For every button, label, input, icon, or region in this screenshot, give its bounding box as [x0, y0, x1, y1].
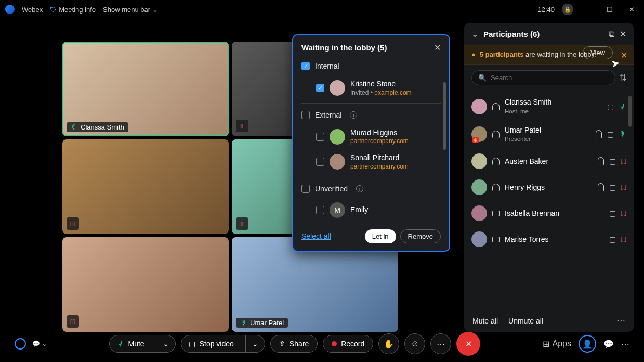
lock-icon[interactable]: 🔒 [562, 4, 573, 15]
info-icon[interactable]: i [356, 185, 363, 192]
camera-icon: ▢ [189, 340, 195, 348]
participant-row[interactable]: Henry Riggs ▢ 🎙̸ [468, 174, 629, 200]
close-icon[interactable]: ✕ [620, 29, 626, 39]
popout-icon[interactable]: ⧉ [609, 30, 614, 39]
unmute-all-button[interactable]: Unmute all [508, 317, 543, 325]
checkbox-checked[interactable]: ✓ [316, 84, 324, 92]
meeting-info-button[interactable]: 🛡 Meeting info [50, 6, 96, 14]
record-button[interactable]: Record [323, 335, 373, 353]
mute-button[interactable]: 🎙Mute ⌄ [109, 335, 176, 353]
screen-icon [492, 211, 500, 216]
reactions-button[interactable]: ☺ [404, 333, 425, 354]
avatar [471, 99, 487, 114]
lobby-item[interactable]: Sonali Pitchard partnercompany.com [301, 149, 441, 175]
mic-on-icon: 🎙 [71, 123, 77, 131]
panel-options-button[interactable]: ⋯ [621, 339, 629, 349]
view-lobby-button[interactable]: View [583, 46, 613, 59]
window-maximize-button[interactable]: ☐ [602, 2, 617, 17]
apps-button[interactable]: ⊞Apps [543, 339, 571, 349]
hand-icon [598, 157, 604, 165]
camera-icon: ▢ [607, 102, 614, 111]
checkbox[interactable] [316, 158, 324, 166]
checkbox[interactable] [316, 133, 324, 141]
apps-icon: ⊞ [543, 339, 549, 349]
participants-panel: ⌄ Participants (6) ⧉ ✕ ● 5 participants … [464, 23, 634, 332]
remove-button[interactable]: Remove [400, 229, 441, 243]
mic-on-icon: 🎙 [619, 102, 626, 111]
scrollbar[interactable] [628, 96, 632, 127]
lobby-popup: Waiting in the lobby (5) ✕ ✓ Internal ✓ … [292, 34, 450, 252]
avatar [471, 179, 487, 195]
participant-row[interactable]: Clarissa SmithHost, me ▢ 🎙 [468, 93, 629, 121]
mic-muted-icon: 🎙̸ [236, 120, 248, 132]
lobby-group-external[interactable]: External i [301, 103, 441, 124]
info-icon[interactable]: i [350, 111, 357, 119]
mic-muted-icon: 🎙̸ [67, 315, 79, 328]
captions-button[interactable]: 💬 ⌄ [32, 340, 47, 347]
camera-icon: ▢ [609, 157, 616, 165]
mic-on-icon: 🎙 [117, 340, 124, 348]
nameplate: 🎙 Umar Patel [236, 318, 288, 328]
lobby-group-internal[interactable]: ✓ Internal [301, 57, 441, 75]
headset-icon [492, 131, 500, 138]
video-tile[interactable]: 🎙 Clarissa Smith [62, 42, 229, 136]
participants-title: Participants (6) [483, 30, 603, 38]
mic-on-icon: 🎙 [619, 130, 626, 138]
scrollbar[interactable] [443, 82, 446, 217]
more-options-button[interactable]: ⋯ [430, 333, 451, 354]
lobby-item[interactable]: M Emily [301, 198, 441, 222]
share-icon: ⇪ [279, 340, 285, 348]
assistant-icon[interactable] [15, 338, 26, 350]
window-close-button[interactable]: ✕ [624, 2, 639, 17]
hand-icon [598, 183, 604, 191]
screen-icon [492, 237, 500, 242]
select-all-link[interactable]: Select all [301, 232, 331, 240]
video-tile[interactable]: 🎙̸ [62, 237, 229, 332]
video-tile[interactable]: 🎙̸ [62, 139, 229, 234]
headset-icon [492, 103, 500, 110]
participant-row[interactable]: ✋ Umar PatelPresenter ▢ 🎙 [468, 121, 629, 149]
chat-button[interactable]: 💬 [603, 339, 614, 349]
participant-row[interactable]: Austen Baker ▢ 🎙̸ [468, 148, 629, 174]
mic-off-icon: 🎙̸ [621, 183, 626, 191]
mute-all-button[interactable]: Mute all [472, 317, 498, 325]
raise-hand-button[interactable]: ✋ [378, 333, 399, 354]
avatar [330, 154, 345, 170]
close-icon[interactable]: ✕ [434, 43, 441, 53]
mic-off-icon: 🎙̸ [621, 157, 626, 165]
show-menu-bar-button[interactable]: Show menu bar ⌄ [103, 6, 158, 14]
close-icon[interactable]: ✕ [621, 50, 627, 60]
participants-button[interactable]: 👤 [579, 335, 596, 353]
participant-row[interactable]: Marise Torres ▢ 🎙̸ [468, 226, 629, 252]
mic-muted-icon: 🎙̸ [67, 217, 79, 230]
chevron-down-icon[interactable]: ⌄ [245, 335, 265, 352]
checkbox-checked[interactable]: ✓ [301, 62, 310, 70]
lobby-item[interactable]: ✓ Kristine Stone Invited • example.com [301, 75, 441, 101]
checkbox[interactable] [316, 206, 324, 214]
window-minimize-button[interactable]: — [581, 2, 595, 17]
sort-icon[interactable]: ⇅ [620, 73, 626, 83]
end-call-button[interactable]: ✕ [456, 332, 480, 356]
lobby-banner: ● 5 participants are waiting in the lobb… [464, 45, 634, 65]
lobby-group-unverified[interactable]: Unverified i [301, 177, 441, 198]
chevron-down-icon[interactable]: ⌄ [156, 335, 175, 352]
chevron-down-icon[interactable]: ⌄ [471, 29, 478, 39]
lobby-title: Waiting in the lobby (5) [301, 43, 387, 52]
checkbox[interactable] [301, 185, 310, 193]
let-in-button[interactable]: Let in [365, 229, 396, 243]
participant-row[interactable]: Isabella Brennan ▢ 🎙̸ [468, 200, 629, 226]
camera-icon: ▢ [609, 183, 616, 191]
more-icon[interactable]: ⋯ [617, 316, 625, 326]
chevron-down-icon: ⌄ [152, 6, 158, 14]
participants-footer: Mute all Unmute all ⋯ [464, 309, 634, 332]
nameplate: 🎙 Clarissa Smith [67, 122, 128, 132]
share-button[interactable]: ⇪Share [270, 335, 318, 353]
checkbox[interactable] [301, 111, 310, 119]
hand-raised-badge: ✋ [472, 137, 479, 143]
search-input[interactable]: 🔍 [471, 70, 615, 85]
stop-video-button[interactable]: ▢Stop video ⌄ [181, 335, 265, 353]
lobby-item[interactable]: Murad Higgins partnercompany.com [301, 124, 441, 150]
lobby-item-name: Murad Higgins [350, 128, 409, 138]
search-field[interactable] [491, 74, 609, 82]
title-bar: Webex 🛡 Meeting info Show menu bar ⌄ 12:… [0, 0, 644, 19]
